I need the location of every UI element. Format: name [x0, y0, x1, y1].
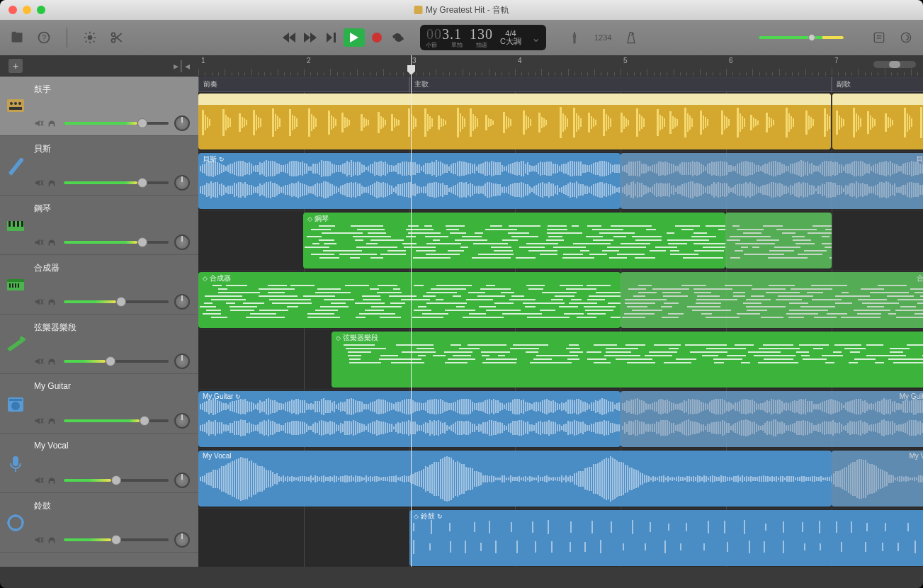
close-window-button[interactable]	[9, 6, 17, 14]
mute-button[interactable]	[34, 178, 45, 188]
zoom-slider[interactable]	[873, 61, 916, 68]
ruler[interactable]: 1234567	[198, 55, 923, 77]
track-view-options[interactable]: ▸│◂	[174, 60, 190, 72]
mute-button[interactable]	[34, 416, 45, 426]
add-track-button[interactable]: +	[9, 59, 23, 73]
region-row[interactable]: My VocalMy Vocal	[198, 449, 923, 509]
library-icon[interactable]	[10, 30, 24, 45]
headphone-button[interactable]	[47, 416, 58, 426]
region[interactable]: My Vocal	[832, 451, 923, 507]
region-row[interactable]: ◇鈴鼓↻	[198, 509, 923, 567]
volume-slider[interactable]	[64, 416, 169, 426]
headphone-button[interactable]	[47, 297, 58, 307]
pan-knob[interactable]	[174, 532, 190, 548]
arrangement-track[interactable]: 前奏主歌副歌	[198, 77, 923, 92]
region[interactable]: My Guitar↻	[198, 391, 621, 447]
pan-knob[interactable]	[174, 354, 190, 369]
arrangement-marker[interactable]: 副歌	[832, 77, 923, 92]
region-row[interactable]: My Guitar↻My Guitar↻	[198, 390, 923, 449]
headphone-button[interactable]	[47, 237, 58, 247]
region-row[interactable]: ◇鋼琴	[198, 211, 923, 271]
zoom-window-button[interactable]	[37, 6, 45, 14]
track-row[interactable]: My Guitar	[0, 374, 198, 434]
mute-button[interactable]	[34, 356, 45, 366]
pan-knob[interactable]	[174, 175, 190, 191]
metronome-icon[interactable]	[624, 30, 638, 45]
minimize-window-button[interactable]	[23, 6, 31, 14]
app-window: My Greatest Hit - 音軌 ? 003.1 小節單拍 130	[0, 0, 923, 588]
track-row[interactable]: My Vocal	[0, 434, 198, 493]
volume-slider[interactable]	[64, 535, 169, 545]
region[interactable]: 貝斯↻	[198, 153, 621, 209]
count-in-button[interactable]: 1234	[594, 33, 611, 42]
region[interactable]	[832, 94, 923, 149]
region[interactable]	[198, 94, 831, 149]
pan-knob[interactable]	[174, 473, 190, 488]
region[interactable]: ◇弦樂器樂段	[332, 332, 923, 388]
track-row[interactable]: 鈴鼓	[0, 493, 198, 553]
mute-button[interactable]	[34, 535, 45, 545]
scissors-icon[interactable]	[110, 30, 124, 45]
playhead[interactable]	[411, 55, 412, 567]
master-volume-slider[interactable]	[759, 34, 844, 41]
region[interactable]	[725, 213, 832, 268]
drum-machine-icon	[6, 96, 26, 116]
arrangement-marker[interactable]: 前奏	[198, 77, 409, 92]
svg-point-32	[14, 514, 17, 517]
lcd-dropdown-icon[interactable]: ⌄	[531, 31, 540, 45]
region[interactable]: My Guitar↻	[621, 391, 923, 447]
region[interactable]: ◇鈴鼓↻	[409, 510, 923, 566]
region-row[interactable]	[198, 92, 923, 152]
settings-icon[interactable]	[83, 30, 97, 45]
lcd-display[interactable]: 003.1 小節單拍 130 拍速 4/4 C大調 ⌄	[420, 25, 546, 50]
pan-knob[interactable]	[174, 234, 190, 250]
volume-slider[interactable]	[64, 475, 169, 485]
volume-slider[interactable]	[64, 356, 169, 366]
volume-slider[interactable]	[64, 297, 169, 307]
track-row[interactable]: 貝斯	[0, 136, 198, 196]
timeline-area[interactable]: 1234567 前奏主歌副歌貝斯↻貝斯↻◇鋼琴◇合成器合成器◇弦樂器樂段My G…	[198, 55, 923, 567]
track-name: 鼓手	[34, 84, 190, 96]
headphone-button[interactable]	[47, 118, 58, 128]
rewind-button[interactable]	[280, 28, 298, 47]
cycle-button[interactable]	[389, 28, 407, 47]
region[interactable]: ◇鋼琴	[303, 213, 725, 268]
arrangement-marker[interactable]: 主歌	[409, 77, 832, 92]
play-button[interactable]	[344, 28, 365, 47]
forward-button[interactable]	[301, 28, 319, 47]
region[interactable]: My Vocal	[198, 451, 832, 507]
region-row[interactable]: ◇弦樂器樂段	[198, 330, 923, 390]
notepad-icon[interactable]	[872, 30, 886, 45]
headphone-button[interactable]	[47, 535, 58, 545]
pan-knob[interactable]	[174, 115, 190, 131]
headphone-button[interactable]	[47, 475, 58, 485]
record-button[interactable]	[368, 28, 386, 47]
region-label: ◇鋼琴	[303, 213, 333, 225]
mute-button[interactable]	[34, 475, 45, 485]
volume-slider[interactable]	[64, 118, 169, 128]
region[interactable]: 合成器	[621, 272, 923, 328]
track-row[interactable]: 鼓手	[0, 77, 198, 136]
headphone-button[interactable]	[47, 356, 58, 366]
region[interactable]: 貝斯↻	[621, 153, 923, 209]
volume-slider[interactable]	[64, 178, 169, 188]
loop-browser-icon[interactable]	[899, 30, 913, 45]
track-row[interactable]: 鋼琴	[0, 196, 198, 255]
mute-button[interactable]	[34, 237, 45, 247]
tuner-icon[interactable]	[567, 30, 582, 45]
mute-button[interactable]	[34, 118, 45, 128]
region-row[interactable]: ◇合成器合成器	[198, 271, 923, 330]
pan-knob[interactable]	[174, 294, 190, 310]
track-row[interactable]: 弦樂器樂段	[0, 315, 198, 374]
headphone-button[interactable]	[47, 178, 58, 188]
region-row[interactable]: 貝斯↻貝斯↻	[198, 152, 923, 211]
volume-slider[interactable]	[64, 237, 169, 247]
region[interactable]: ◇合成器	[198, 272, 621, 328]
stop-button[interactable]	[322, 28, 341, 47]
pan-knob[interactable]	[174, 413, 190, 429]
mute-button[interactable]	[34, 297, 45, 307]
svg-rect-28	[9, 399, 22, 401]
svg-rect-20	[7, 279, 24, 282]
track-row[interactable]: 合成器	[0, 255, 198, 315]
help-icon[interactable]: ?	[37, 30, 51, 45]
